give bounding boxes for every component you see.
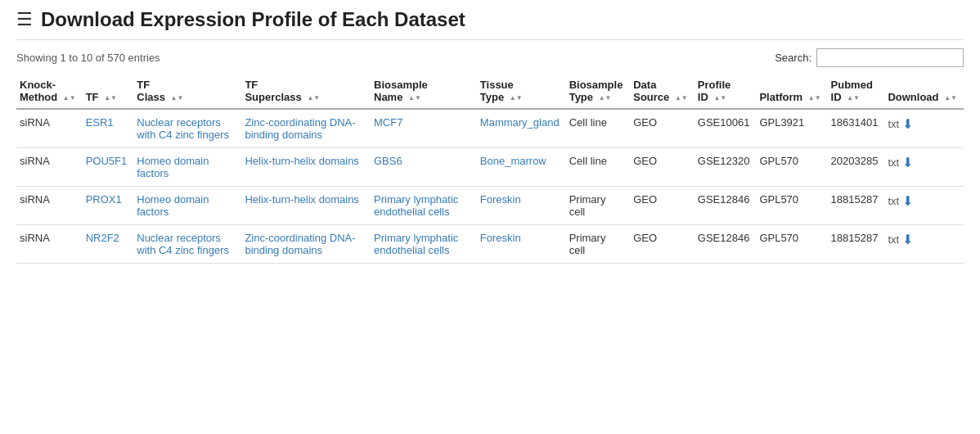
entries-info: Showing 1 to 10 of 570 entries [16,52,160,64]
platform-value: GPL570 [759,155,798,167]
tissue_type-link[interactable]: Foreskin [480,193,521,206]
data_source-value: GEO [633,155,657,167]
col-download: Download ▲▼ [884,74,964,109]
sort-biosample-type[interactable]: ▲▼ [599,95,612,102]
tf_class-link[interactable]: Homeo domain factors [137,193,209,218]
cell-download: txt⬇ [884,109,964,148]
biosample_name-link[interactable]: GBS6 [374,155,402,167]
sort-download[interactable]: ▲▼ [944,95,957,102]
sort-data-source[interactable]: ▲▼ [675,95,688,102]
cell-pubmed_id: 18631401 [828,109,885,148]
cell-biosample_type: Cell line [566,148,631,187]
biosample_type-value: Primary cell [569,193,606,218]
tissue_type-link[interactable]: Mammary_gland [480,116,560,129]
cell-data_source: GEO [630,109,695,148]
col-tf: TF ▲▼ [83,74,134,109]
col-tissue-type: TissueType ▲▼ [477,74,566,109]
biosample_name-link[interactable]: MCF7 [374,116,402,129]
cell-tf: ESR1 [83,109,134,148]
tf_class-link[interactable]: Nuclear receptors with C4 zinc fingers [137,116,229,141]
cell-tf: POU5F1 [83,148,134,187]
tf-link[interactable]: PROX1 [86,193,122,206]
tf_superclass-link[interactable]: Zinc-coordinating DNA-binding domains [245,232,355,256]
cell-tf_superclass: Helix-turn-helix domains [241,148,371,187]
download-link[interactable]: ⬇ [902,193,913,209]
download-link[interactable]: ⬇ [902,232,913,247]
cell-profile_id: GSE12846 [695,187,757,225]
sort-knock-method[interactable]: ▲▼ [63,95,76,102]
sort-tf-class[interactable]: ▲▼ [171,95,184,102]
cell-tf_superclass: Zinc-coordinating DNA-binding domains [241,109,371,148]
tf-link[interactable]: POU5F1 [86,155,128,167]
search-input[interactable] [816,48,964,67]
cell-biosample_name: Primary lymphatic endothelial cells [371,225,477,264]
biosample_type-value: Primary cell [569,232,606,256]
knock_method-value: siRNA [20,232,50,244]
page-title: Download Expression Profile of Each Data… [41,8,465,31]
sort-tf-superclass[interactable]: ▲▼ [307,95,320,102]
cell-tf_class: Homeo domain factors [133,148,241,187]
tf_superclass-link[interactable]: Helix-turn-helix domains [245,155,358,167]
cell-data_source: GEO [630,148,695,187]
table-row: siRNAPROX1Homeo domain factorsHelix-turn… [16,187,964,225]
list-icon: ☰ [16,9,33,30]
col-knock-method: Knock-Method ▲▼ [16,74,83,109]
biosample_name-link[interactable]: Primary lymphatic endothelial cells [374,232,458,256]
knock_method-value: siRNA [20,155,50,167]
download-txt: txt [888,156,899,169]
tf_superclass-link[interactable]: Zinc-coordinating DNA-binding domains [245,116,355,141]
cell-tf: PROX1 [83,187,134,225]
col-tf-superclass: TFSuperclass ▲▼ [241,74,371,109]
cell-profile_id: GSE10061 [695,109,757,148]
biosample_name-link[interactable]: Primary lymphatic endothelial cells [374,193,458,218]
cell-pubmed_id: 18815287 [828,187,885,225]
download-link[interactable]: ⬇ [902,116,913,132]
download-txt: txt [888,233,899,246]
cell-tf_class: Nuclear receptors with C4 zinc fingers [133,225,241,264]
knock_method-value: siRNA [20,193,50,206]
cell-biosample_name: MCF7 [371,109,477,148]
sort-platform[interactable]: ▲▼ [808,95,821,102]
tf_class-link[interactable]: Homeo domain factors [137,155,209,179]
sort-pubmed-id[interactable]: ▲▼ [847,95,860,102]
tf-link[interactable]: ESR1 [86,116,114,129]
cell-knock_method: siRNA [16,225,83,264]
download-link[interactable]: ⬇ [902,155,913,170]
cell-biosample_name: Primary lymphatic endothelial cells [371,187,477,225]
sort-tissue-type[interactable]: ▲▼ [510,95,523,102]
sort-profile-id[interactable]: ▲▼ [713,95,726,102]
cell-download: txt⬇ [884,225,964,264]
data_source-value: GEO [633,116,657,129]
cell-knock_method: siRNA [16,109,83,148]
cell-platform: GPL570 [756,187,827,225]
cell-tf_class: Nuclear receptors with C4 zinc fingers [133,109,241,148]
col-profile-id: ProfileID ▲▼ [695,74,757,109]
cell-pubmed_id: 20203285 [828,148,885,187]
col-pubmed-id: PubmedID ▲▼ [828,74,885,109]
tissue_type-link[interactable]: Bone_marrow [480,155,546,167]
col-biosample-type: BiosampleType ▲▼ [566,74,631,109]
knock_method-value: siRNA [20,116,50,129]
cell-biosample_type: Primary cell [566,187,631,225]
main-table: Knock-Method ▲▼ TF ▲▼ TFClass ▲▼ TFSuper… [16,74,964,264]
profile_id-value: GSE12846 [698,193,750,206]
cell-platform: GPL3921 [756,109,827,148]
tf-link[interactable]: NR2F2 [86,232,119,244]
tf_class-link[interactable]: Nuclear receptors with C4 zinc fingers [137,232,229,256]
col-biosample-name: BiosampleName ▲▼ [371,74,477,109]
cell-tissue_type: Bone_marrow [477,148,566,187]
sort-tf[interactable]: ▲▼ [104,95,117,102]
cell-biosample_name: GBS6 [371,148,477,187]
platform-value: GPL570 [759,232,798,244]
platform-value: GPL570 [759,193,798,206]
tf_superclass-link[interactable]: Helix-turn-helix domains [245,193,358,206]
search-label: Search: [775,52,811,64]
cell-platform: GPL570 [756,225,827,264]
col-data-source: DataSource ▲▼ [630,74,695,109]
sort-biosample-name[interactable]: ▲▼ [408,95,421,102]
pubmed_id-value: 18631401 [831,116,879,129]
download-txt: txt [888,118,899,130]
cell-pubmed_id: 18815287 [828,225,885,264]
cell-tissue_type: Foreskin [477,187,566,225]
tissue_type-link[interactable]: Foreskin [480,232,521,244]
